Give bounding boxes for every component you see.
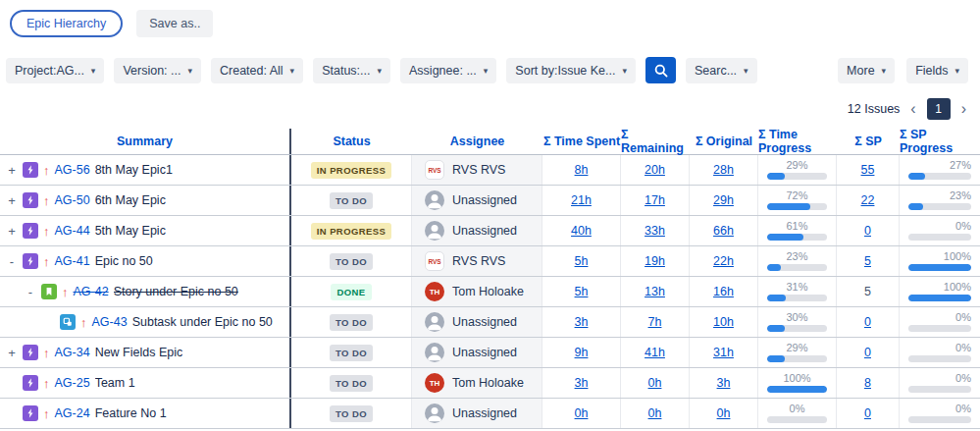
story-icon bbox=[41, 284, 57, 299]
remaining-link[interactable]: 19h bbox=[645, 254, 665, 268]
search-icon bbox=[653, 63, 669, 79]
sp-value[interactable]: 55 bbox=[861, 163, 875, 177]
column-header-original[interactable]: Σ Original bbox=[690, 129, 758, 154]
collapse-toggle[interactable]: - bbox=[25, 285, 36, 299]
original-link[interactable]: 0h bbox=[717, 406, 731, 420]
original-link[interactable]: 22h bbox=[713, 254, 734, 268]
filter-version[interactable]: Version: ...▾ bbox=[114, 58, 201, 83]
progress-percent: 29% bbox=[767, 160, 827, 171]
original-link[interactable]: 31h bbox=[713, 346, 734, 359]
filter-assignee[interactable]: Assignee: ...▾ bbox=[400, 58, 496, 83]
toolbar: Epic Hierarchy Save as.. bbox=[0, 0, 980, 37]
column-header-sp-progress[interactable]: Σ SP Progress bbox=[900, 129, 980, 154]
progress-fill bbox=[908, 173, 925, 180]
prev-page-icon[interactable]: ‹ bbox=[908, 101, 917, 117]
filter-assignee-label: Assignee: ... bbox=[409, 64, 477, 78]
remaining-cell: 13h bbox=[621, 277, 690, 306]
issue-key-link[interactable]: AG-44 bbox=[55, 224, 90, 238]
table-row: ↑AG-24Feature No 1TO DOUnassigned0h0h0h0… bbox=[0, 399, 980, 429]
time-spent-link[interactable]: 5h bbox=[575, 254, 589, 268]
sp-value[interactable]: 0 bbox=[864, 346, 871, 359]
original-link[interactable]: 16h bbox=[713, 285, 734, 298]
assignee-name: Unassigned bbox=[452, 346, 517, 359]
expand-toggle[interactable]: + bbox=[6, 346, 18, 360]
sp-value[interactable]: 8 bbox=[864, 376, 871, 390]
search-dropdown[interactable]: Searc... ▾ bbox=[686, 58, 757, 83]
priority-up-icon: ↑ bbox=[43, 163, 50, 178]
status-badge: TO DO bbox=[330, 253, 373, 270]
time-spent-link[interactable]: 9h bbox=[575, 346, 589, 359]
remaining-link[interactable]: 41h bbox=[645, 346, 665, 359]
original-link[interactable]: 28h bbox=[713, 163, 734, 177]
sp-value[interactable]: 0 bbox=[864, 315, 871, 329]
time-progress-cell: 29% bbox=[758, 155, 837, 185]
filter-project[interactable]: Project:AG...▾ bbox=[6, 58, 104, 83]
time-spent-link[interactable]: 5h bbox=[575, 285, 589, 298]
column-header-assignee[interactable]: Assignee bbox=[412, 129, 542, 154]
issue-key-link[interactable]: AG-25 bbox=[55, 376, 90, 390]
column-header-time-spent[interactable]: Σ Time Spent bbox=[542, 129, 621, 154]
chevron-down-icon: ▾ bbox=[91, 66, 96, 76]
remaining-link[interactable]: 20h bbox=[645, 163, 665, 177]
time-spent-link[interactable]: 8h bbox=[575, 163, 589, 177]
collapse-toggle[interactable]: - bbox=[6, 254, 18, 269]
sp-value[interactable]: 0 bbox=[864, 406, 871, 420]
original-cell: 22h bbox=[690, 246, 758, 276]
epic-hierarchy-button[interactable]: Epic Hierarchy bbox=[10, 10, 123, 37]
sp-value[interactable]: 5 bbox=[864, 254, 871, 268]
time-spent-link[interactable]: 0h bbox=[575, 406, 589, 420]
remaining-link[interactable]: 7h bbox=[648, 315, 662, 329]
time-spent-link[interactable]: 3h bbox=[575, 376, 589, 390]
original-link[interactable]: 3h bbox=[717, 376, 731, 390]
assignee-name: RVS RVS bbox=[452, 163, 505, 177]
issue-key-link[interactable]: AG-41 bbox=[55, 254, 90, 268]
expand-toggle[interactable]: + bbox=[6, 163, 18, 178]
remaining-link[interactable]: 0h bbox=[648, 406, 662, 420]
column-header-status[interactable]: Status bbox=[291, 129, 412, 154]
page-number[interactable]: 1 bbox=[927, 98, 951, 120]
priority-up-icon: ↑ bbox=[62, 285, 69, 299]
progress-fill bbox=[908, 295, 971, 301]
expand-toggle[interactable]: + bbox=[6, 224, 18, 239]
progress-percent: 31% bbox=[767, 282, 827, 293]
filter-status[interactable]: Status:...▾ bbox=[313, 58, 390, 83]
time-spent-link[interactable]: 40h bbox=[571, 224, 592, 238]
expand-toggle[interactable]: + bbox=[6, 193, 18, 208]
issue-key-link[interactable]: AG-43 bbox=[92, 315, 128, 329]
save-as-button[interactable]: Save as.. bbox=[136, 10, 213, 37]
time-spent-link[interactable]: 21h bbox=[571, 193, 592, 207]
summary-cell: +↑AG-445th May Epic bbox=[0, 216, 291, 245]
column-header-time-progress[interactable]: Σ Time Progress bbox=[758, 129, 837, 154]
filter-created[interactable]: Created: All▾ bbox=[211, 58, 303, 83]
time-spent-link[interactable]: 3h bbox=[575, 315, 589, 329]
remaining-link[interactable]: 33h bbox=[645, 224, 665, 238]
remaining-link[interactable]: 17h bbox=[645, 193, 665, 207]
original-link[interactable]: 29h bbox=[713, 193, 734, 207]
sp-progress-cell: 23% bbox=[900, 186, 980, 215]
sp-value[interactable]: 0 bbox=[864, 224, 871, 238]
column-header-sp[interactable]: Σ SP bbox=[837, 129, 900, 154]
next-page-icon[interactable]: › bbox=[959, 101, 968, 117]
priority-up-icon: ↑ bbox=[43, 376, 50, 391]
more-button[interactable]: More ▾ bbox=[838, 58, 895, 83]
column-header-summary[interactable]: Summary bbox=[0, 129, 291, 154]
issue-key-link[interactable]: AG-42 bbox=[74, 285, 109, 298]
issue-key-link[interactable]: AG-56 bbox=[55, 163, 90, 177]
fields-button[interactable]: Fields ▾ bbox=[906, 58, 968, 83]
remaining-link[interactable]: 13h bbox=[645, 285, 665, 298]
remaining-link[interactable]: 0h bbox=[648, 376, 662, 390]
summary-text: 5th May Epic bbox=[95, 224, 166, 238]
column-header-remaining[interactable]: Σ Remaining bbox=[621, 129, 690, 154]
table-row: +↑AG-445th May EpicIN PROGRESSUnassigned… bbox=[0, 216, 980, 246]
summary-text: Subtask under Epic no 50 bbox=[132, 315, 273, 329]
issue-key-link[interactable]: AG-50 bbox=[55, 193, 90, 207]
issue-key-link[interactable]: AG-24 bbox=[55, 406, 90, 420]
search-button[interactable] bbox=[645, 57, 676, 83]
issue-key-link[interactable]: AG-34 bbox=[55, 346, 90, 359]
time-progress-cell: 0% bbox=[758, 399, 837, 428]
original-link[interactable]: 10h bbox=[713, 315, 734, 329]
sp-value[interactable]: 22 bbox=[861, 193, 875, 207]
filter-sort-by[interactable]: Sort by:Issue Ke...▾ bbox=[506, 58, 636, 83]
original-link[interactable]: 66h bbox=[713, 224, 734, 238]
original-cell: 10h bbox=[690, 307, 758, 337]
